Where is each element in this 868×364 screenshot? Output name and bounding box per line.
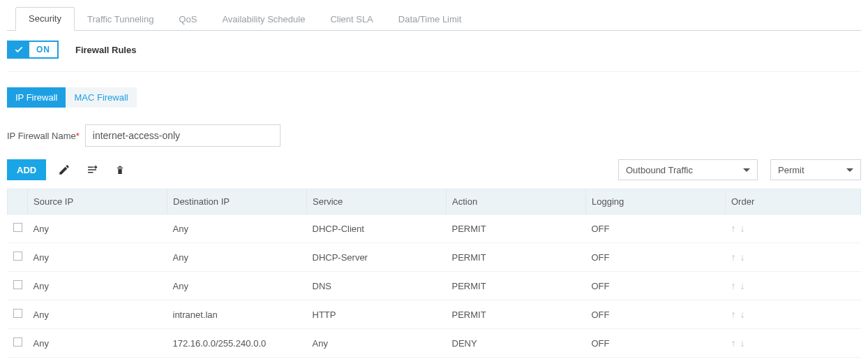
col-header-dest: Destination IP [167,189,307,214]
check-icon [8,42,29,57]
cell-logging: OFF [586,214,726,243]
cell-logging: OFF [586,272,726,300]
cell-action: DENY [447,329,586,358]
col-header-order: Order [726,189,861,214]
row-checkbox[interactable] [13,280,22,289]
cell-service: DNS [307,272,447,300]
default-action-value: Permit [778,165,805,175]
subtab-mac-firewall[interactable]: MAC Firewall [66,87,136,108]
firewall-rules-table: Source IP Destination IP Service Action … [7,189,861,364]
cell-source: Any [28,272,167,300]
move-up-icon[interactable]: ↑ [731,309,736,320]
move-up-icon[interactable]: ↑ [731,223,736,234]
col-header-logging: Logging [586,189,726,214]
table-row: AnyAnyDNSPERMITOFF↑↓ [8,272,861,300]
cell-logging: OFF [586,300,726,329]
cell-action: PERMIT [447,243,586,272]
traffic-direction-select[interactable]: Outbound Traffic [618,159,758,180]
cell-action: PERMIT [447,358,586,365]
section-header: ON Firewall Rules [7,31,861,72]
tab-data-time-limit[interactable]: Data/Time Limit [386,8,474,31]
move-down-icon[interactable]: ↓ [740,252,745,263]
delete-icon[interactable] [110,160,130,180]
col-header-checkbox [8,189,28,214]
cell-order: ↑↓ [726,358,861,365]
move-down-icon[interactable]: ↓ [740,280,745,291]
move-up-icon[interactable]: ↑ [731,280,736,291]
cell-source: Any [28,214,167,243]
row-checkbox[interactable] [13,309,22,318]
cell-source: Any [28,300,167,329]
firewall-name-row: IP Firewall Name* [7,124,861,147]
table-row: Any172.16.0.0/255.240.0.0AnyDENYOFF↑↓ [8,329,861,358]
cell-order: ↑↓ [726,300,861,329]
firewall-name-input[interactable] [85,124,280,147]
cell-action: PERMIT [447,300,586,329]
row-checkbox[interactable] [13,223,22,232]
tab-availability-schedule[interactable]: Availability Schedule [209,8,317,31]
default-action-select[interactable]: Permit [770,159,861,180]
section-title: Firewall Rules [75,45,136,55]
row-checkbox[interactable] [13,337,22,347]
edit-icon[interactable] [54,160,74,180]
tab-security[interactable]: Security [15,7,75,31]
col-header-source: Source IP [28,189,167,214]
cell-logging: OFF [586,243,726,272]
top-tabs: SecurityTraffic TunnelingQoSAvailability… [7,7,861,31]
cell-service: DHCP-Server [307,243,447,272]
cell-source: Any [28,358,167,365]
cell-source: Any [28,329,167,358]
subtab-ip-firewall[interactable]: IP Firewall [7,87,66,108]
move-down-icon[interactable]: ↓ [740,309,745,320]
move-up-icon[interactable]: ↑ [731,337,736,349]
cell-order: ↑↓ [726,272,861,300]
cell-service: DHCP-Client [307,214,447,243]
add-button[interactable]: ADD [7,159,46,180]
cell-dest: Any [167,358,307,365]
toggle-state-label: ON [29,45,57,54]
tab-traffic-tunneling[interactable]: Traffic Tunneling [75,8,166,31]
tab-client-sla[interactable]: Client SLA [317,8,385,31]
firewall-name-label: IP Firewall Name* [7,131,80,141]
firewall-toggle[interactable]: ON [7,41,59,59]
cell-service: Any [307,358,447,365]
cell-service: HTTP [307,300,447,329]
move-up-icon[interactable]: ↑ [731,252,736,263]
caret-down-icon [846,168,853,172]
rules-toolbar: ADD Outbound Traffic Permit [7,159,861,180]
row-checkbox[interactable] [13,252,22,261]
cell-source: Any [28,243,167,272]
col-header-service: Service [307,189,447,214]
move-down-icon[interactable]: ↓ [740,337,745,349]
cell-order: ↑↓ [726,243,861,272]
cell-logging: OFF [586,329,726,358]
table-row: Anyintranet.lanHTTPPERMITOFF↑↓ [8,300,861,329]
table-row: AnyAnyDHCP-ServerPERMITOFF↑↓ [8,243,861,272]
firewall-subtabs: IP FirewallMAC Firewall [7,87,861,108]
table-row: AnyAnyDHCP-ClientPERMITOFF↑↓ [8,214,861,243]
cell-order: ↑↓ [726,329,861,358]
cell-dest: Any [167,272,307,300]
caret-down-icon [743,168,750,172]
cell-order: ↑↓ [726,214,861,243]
insert-icon[interactable] [82,160,102,180]
cell-dest: intranet.lan [167,300,307,329]
col-header-action: Action [447,189,586,214]
cell-logging: OFF [586,358,726,365]
cell-dest: Any [167,214,307,243]
cell-action: PERMIT [447,214,586,243]
move-down-icon[interactable]: ↓ [740,223,745,234]
tab-qos[interactable]: QoS [166,8,209,31]
cell-dest: Any [167,243,307,272]
cell-action: PERMIT [447,272,586,300]
traffic-direction-value: Outbound Traffic [626,165,693,175]
cell-dest: 172.16.0.0/255.240.0.0 [167,329,307,358]
cell-service: Any [307,329,447,358]
table-row: AnyAnyAnyPERMITOFF↑↓ [8,358,861,365]
